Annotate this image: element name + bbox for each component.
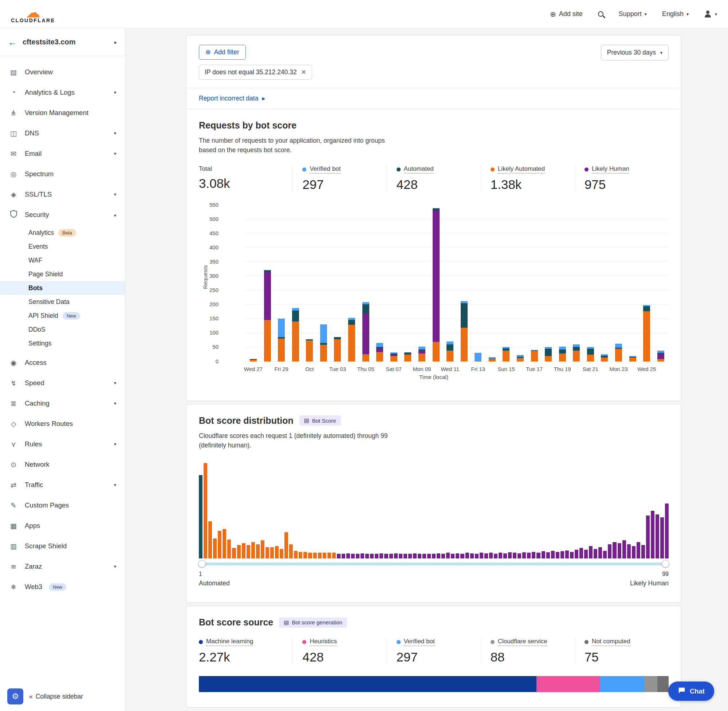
histogram-bar[interactable] bbox=[294, 551, 298, 559]
histogram-bar[interactable] bbox=[470, 553, 474, 559]
sidebar-item-dns[interactable]: ◫ DNS ▾ bbox=[0, 123, 125, 143]
histogram-bar[interactable] bbox=[418, 554, 421, 559]
histogram-bar[interactable] bbox=[380, 553, 383, 559]
sidebar-item-security-api-shield[interactable]: API Shield New bbox=[0, 309, 125, 323]
histogram-bar[interactable] bbox=[480, 553, 483, 559]
slider-handle-max[interactable] bbox=[662, 560, 669, 568]
histogram-bar[interactable] bbox=[199, 475, 202, 559]
histogram-bar[interactable] bbox=[646, 515, 650, 559]
stacked-bar[interactable]: Wed 27 bbox=[250, 359, 257, 361]
histogram-bar[interactable] bbox=[522, 552, 526, 559]
stacked-bar[interactable] bbox=[320, 325, 327, 361]
report-incorrect-data-link[interactable]: Report incorrect data ▸ bbox=[186, 88, 681, 109]
histogram-bar[interactable] bbox=[223, 529, 226, 559]
histogram-bar[interactable] bbox=[318, 553, 322, 559]
sidebar-item-zaraz[interactable]: ≋ Zaraz ▾ bbox=[0, 556, 125, 577]
histogram-bar[interactable] bbox=[284, 532, 288, 559]
histogram-bar[interactable] bbox=[598, 547, 602, 559]
score-range-slider[interactable] bbox=[199, 560, 669, 568]
sidebar-item-network[interactable]: ⊙ Network bbox=[0, 454, 125, 475]
bot-score-badge[interactable]: ▤ Bot Score bbox=[299, 415, 341, 426]
histogram-bar[interactable] bbox=[227, 540, 231, 559]
histogram-bar[interactable] bbox=[298, 552, 302, 559]
histogram-bar[interactable] bbox=[242, 543, 245, 559]
histogram-bar[interactable] bbox=[289, 544, 293, 559]
histogram-bar[interactable] bbox=[542, 551, 545, 559]
stacked-bar[interactable] bbox=[461, 301, 468, 361]
histogram-bar[interactable] bbox=[328, 553, 331, 559]
histogram-bar[interactable] bbox=[546, 552, 550, 559]
stacked-bar[interactable] bbox=[517, 355, 524, 361]
stacked-bar[interactable]: Sun 15 bbox=[502, 347, 509, 361]
histogram-bar[interactable] bbox=[489, 553, 493, 559]
add-filter-button[interactable]: ⊕ Add filter bbox=[199, 45, 246, 60]
histogram-bar[interactable] bbox=[517, 553, 521, 559]
language-menu[interactable]: English ▾ bbox=[662, 10, 689, 18]
sidebar-item-ssl-tls[interactable]: ◈ SSL/TLS ▾ bbox=[0, 184, 125, 205]
stacked-bar[interactable]: Mon 09 bbox=[418, 347, 425, 361]
histogram-bar[interactable] bbox=[442, 554, 445, 559]
sidebar-item-version-management[interactable]: ⋔ Version Management bbox=[0, 103, 125, 123]
sidebar-item-overview[interactable]: ▤ Overview bbox=[0, 62, 125, 82]
histogram-bar[interactable] bbox=[313, 553, 317, 559]
sidebar-item-security-bots[interactable]: Bots bbox=[0, 281, 125, 295]
histogram-bar[interactable] bbox=[651, 511, 654, 559]
histogram-bar[interactable] bbox=[465, 553, 469, 559]
histogram-bar[interactable] bbox=[556, 552, 560, 559]
histogram-bar[interactable] bbox=[308, 553, 312, 559]
sidebar-item-security[interactable]: Security ▴ bbox=[0, 205, 125, 225]
histogram-bar[interactable] bbox=[532, 552, 535, 559]
histogram-bar[interactable] bbox=[432, 554, 436, 559]
sidebar-item-access[interactable]: ◉ Access bbox=[0, 353, 125, 373]
stacked-bar[interactable] bbox=[404, 353, 411, 361]
histogram-bar[interactable] bbox=[218, 531, 222, 559]
stacked-bar[interactable] bbox=[573, 344, 580, 361]
histogram-bar[interactable] bbox=[641, 545, 645, 559]
sidebar-item-email[interactable]: ✉ Email ▾ bbox=[0, 143, 125, 164]
histogram-bar[interactable] bbox=[446, 553, 450, 559]
site-switcher-chevron-icon[interactable]: ▸ bbox=[114, 39, 117, 45]
histogram-bar[interactable] bbox=[213, 538, 217, 559]
histogram-bar[interactable] bbox=[579, 548, 583, 559]
support-menu[interactable]: Support ▾ bbox=[619, 10, 647, 18]
histogram-bar[interactable] bbox=[427, 554, 431, 559]
histogram-bar[interactable] bbox=[351, 554, 355, 559]
stacked-bar[interactable]: Tue 03 bbox=[334, 337, 341, 361]
histogram-bar[interactable] bbox=[280, 549, 284, 559]
histogram-bar[interactable] bbox=[603, 551, 607, 559]
close-icon[interactable]: ✕ bbox=[301, 68, 306, 76]
histogram-bar[interactable] bbox=[636, 542, 640, 559]
sidebar-item-security-sensitive-data[interactable]: Sensitive Data bbox=[0, 295, 125, 309]
histogram-bar[interactable] bbox=[204, 463, 207, 559]
histogram-bar[interactable] bbox=[232, 548, 236, 559]
settings-gear-button[interactable]: ⚙ bbox=[7, 689, 23, 704]
sidebar-item-speed[interactable]: ↯ Speed ▾ bbox=[0, 373, 125, 393]
sidebar-item-security-waf[interactable]: WAF bbox=[0, 254, 125, 267]
back-arrow-icon[interactable]: ← bbox=[8, 37, 17, 47]
stacked-bar[interactable]: Mon 23 bbox=[615, 344, 622, 361]
stacked-bar[interactable] bbox=[657, 351, 664, 361]
histogram-bar[interactable] bbox=[389, 554, 393, 559]
stacked-bar[interactable]: Sat 21 bbox=[587, 347, 594, 361]
filter-chip[interactable]: IP does not equal 35.212.240.32 ✕ bbox=[199, 65, 312, 80]
histogram-bar[interactable] bbox=[303, 552, 307, 559]
histogram-bar[interactable] bbox=[622, 540, 626, 559]
sidebar-item-analytics-logs[interactable]: ◔ Analytics & Logs ▾ bbox=[0, 82, 125, 103]
histogram-bar[interactable] bbox=[484, 553, 488, 559]
stacked-bar[interactable]: Fri 13 bbox=[474, 353, 481, 361]
stacked-bar[interactable] bbox=[264, 270, 271, 361]
stacked-bar[interactable]: Tue 17 bbox=[531, 350, 538, 361]
histogram-bar[interactable] bbox=[456, 553, 459, 559]
histogram-bar[interactable] bbox=[342, 554, 345, 559]
histogram-bar[interactable] bbox=[570, 552, 574, 559]
histogram-bar[interactable] bbox=[261, 540, 264, 559]
date-range-select[interactable]: Previous 30 days ▾ bbox=[601, 45, 669, 60]
sidebar-item-rules[interactable]: ⋎ Rules ▾ bbox=[0, 434, 125, 454]
add-site-button[interactable]: ⊕ Add site bbox=[550, 10, 583, 19]
histogram-bar[interactable] bbox=[422, 554, 426, 559]
stacked-bar[interactable] bbox=[292, 308, 299, 361]
histogram-bar[interactable] bbox=[503, 553, 507, 559]
histogram-bar[interactable] bbox=[356, 554, 359, 559]
sidebar-item-security-analytics[interactable]: Analytics Beta bbox=[0, 226, 125, 239]
histogram-bar[interactable] bbox=[460, 554, 464, 559]
